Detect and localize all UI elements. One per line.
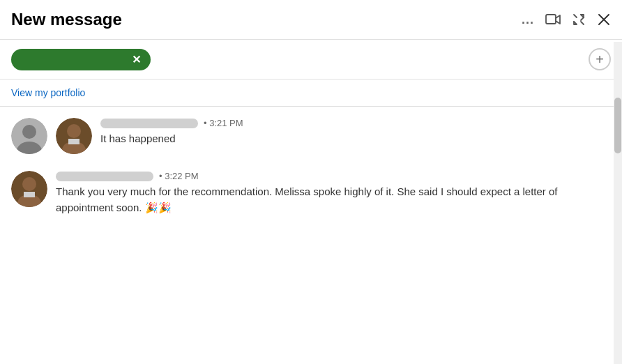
message-text: Thank you very much for the recommendati…: [56, 184, 611, 215]
svg-rect-0: [546, 15, 556, 24]
svg-rect-7: [68, 139, 79, 144]
close-icon[interactable]: [597, 13, 611, 26]
message-text: It has happened: [100, 131, 611, 147]
add-recipient-button[interactable]: +: [589, 48, 611, 70]
scrollbar-track: [614, 42, 622, 364]
more-options-icon[interactable]: ...: [522, 13, 534, 27]
avatar-container: [11, 171, 47, 207]
avatar-container: [56, 118, 92, 154]
header-actions: ...: [522, 13, 611, 27]
video-icon[interactable]: [545, 13, 561, 26]
message-time: • 3:22 PM: [159, 171, 199, 181]
message-item: • 3:21 PM It has happened: [11, 118, 611, 154]
message-content: • 3:22 PM Thank you very much for the re…: [56, 171, 611, 215]
header: New message ...: [0, 0, 622, 40]
portfolio-link[interactable]: View my portfolio: [11, 87, 85, 98]
sender-name-placeholder: [100, 119, 198, 128]
message-meta: • 3:22 PM: [56, 171, 611, 181]
svg-point-6: [67, 124, 81, 138]
message-time: • 3:21 PM: [204, 118, 243, 128]
avatar: [11, 118, 47, 154]
recipient-chip[interactable]: ✕: [11, 49, 151, 70]
sender-name-placeholder: [56, 172, 153, 181]
svg-point-9: [22, 177, 36, 191]
plus-icon: +: [596, 52, 604, 68]
message-content: • 3:21 PM It has happened: [100, 118, 611, 154]
message-item: • 3:22 PM Thank you very much for the re…: [11, 171, 611, 215]
svg-rect-10: [24, 192, 35, 197]
portfolio-link-bar: View my portfolio: [0, 79, 622, 107]
message-meta: • 3:21 PM: [100, 118, 611, 128]
minimize-icon[interactable]: [572, 13, 586, 26]
page-title: New message: [11, 10, 522, 29]
messages-area: • 3:21 PM It has happened • 3:22 PM Than…: [0, 107, 622, 356]
scrollbar-thumb[interactable]: [614, 98, 621, 153]
chip-close-button[interactable]: ✕: [132, 53, 141, 66]
recipient-bar: ✕ +: [0, 40, 622, 79]
